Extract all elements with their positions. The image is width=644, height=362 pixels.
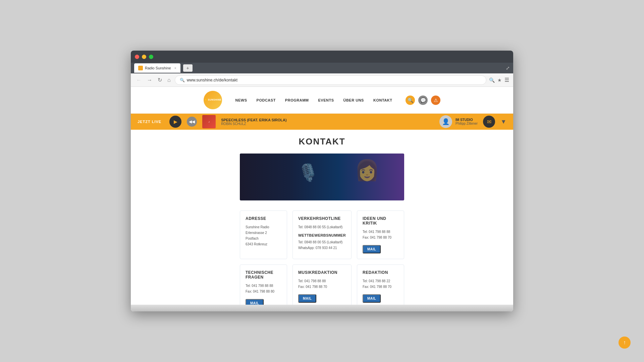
nav-news[interactable]: NEWS [235,98,247,102]
dropdown-icon[interactable]: ▼ [500,118,506,125]
site-header: ☀️SUNSHINE NEWS PODCAST PROGRAMM EVENTS … [131,87,513,114]
mail-button[interactable]: ✉ [483,116,495,128]
card-ideen-kritik: IDEEN UND KRITIK Tel: 041 798 88 88 Fax:… [357,210,404,259]
studio-avatar: 👤 [439,115,452,128]
menu-icon[interactable]: ☰ [504,77,509,83]
whatsapp-number: WhatsApp: 078 933 44 21 [298,246,337,250]
nav-actions: 🔍 💬 ⚠ [406,96,440,105]
chat-nav-button[interactable]: 💬 [418,96,428,105]
card-technische-fragen: TECHNISCHE FRAGEN Tel: 041 798 88 88 Fax… [240,264,287,305]
card-tech-content: Tel: 041 798 88 88 Fax: 041 798 88 80 [246,283,281,294]
expand-icon[interactable]: ⤢ [506,65,510,71]
studio-name: Philipp Ziltener [455,122,478,125]
home-button[interactable]: ⌂ [166,76,172,84]
address-line4: 6343 Rotkreuz [246,242,267,246]
tech-mail-button[interactable]: MAIL [246,299,264,305]
active-tab[interactable]: Radio Sunshine × [134,63,180,73]
bookmark-icon[interactable]: ★ [497,77,502,83]
tech-phone: Tel: 041 798 88 88 [246,284,273,288]
card-musik-content: Tel: 041 798 88 88 Fax: 041 798 88 70 [298,278,346,290]
minimize-button[interactable] [142,55,146,59]
tab-title: Radio Sunshine [145,66,171,70]
address-line2: Erlenstrasse 2 [246,231,267,235]
forward-button[interactable]: → [146,76,154,84]
card-adresse: ADRESSE Sunshine Radio Erlenstrasse 2 Po… [240,210,287,259]
wettbewerbs-subtitle: WETTBEWERBSNUMMER [298,233,346,237]
skip-button[interactable]: ◀◀ [187,117,197,127]
wettbewerbs-phone: Tel: 0848 88 00 55 (Lokaltarif) [298,240,342,244]
search-toolbar-icon[interactable]: 🔍 [489,77,495,83]
card-adresse-content: Sunshine Radio Erlenstrasse 2 Postfach 6… [246,224,281,247]
tab-bar: Radio Sunshine × + ⤢ [131,63,513,73]
wettbewerbs-content: Tel: 0848 88 00 55 (Lokaltarif) WhatsApp… [298,239,346,251]
scroll-to-top-button[interactable]: ↑ [619,337,631,349]
card-musikredaktion: MUSIKREDAKTION Tel: 041 798 88 88 Fax: 0… [292,264,352,305]
alert-nav-button[interactable]: ⚠ [431,96,440,105]
logo-text: SUNSHINE [208,99,221,101]
nav-programm[interactable]: PROGRAMM [285,98,309,102]
card-tech-title: TECHNISCHE FRAGEN [246,270,281,280]
toolbar-icons: 🔍 ★ [489,77,502,83]
studio-section: 👤 IM STUDIO Philipp Ziltener [439,115,478,128]
browser-toolbar: ← → ↻ ⌂ 🔍 www.sunshine.ch/de/kontakt 🔍 ★… [131,73,513,87]
search-icon: 🔍 [180,78,185,82]
new-tab-button[interactable]: + [183,64,193,72]
browser-window: Radio Sunshine × + ⤢ ← → ↻ ⌂ 🔍 www.sunsh… [131,51,513,311]
card-redaktion-content: Tel: 041 798 88 22 Fax: 041 798 88 70 [363,278,398,290]
song-title: SPEECHLESS (FEAT. ERIKA SIROLA) [221,118,434,122]
card-ideen-content: Tel: 041 798 88 88 Fax: 041 798 88 70 [363,229,398,240]
tab-favicon [138,66,143,70]
card-musik-title: MUSIKREDAKTION [298,270,346,275]
live-bar: JETZT LIVE ▶ ◀◀ ♪ SPEECHLESS (FEAT. ERIK… [131,114,513,130]
card-ideen-title: IDEEN UND KRITIK [363,216,398,226]
site-logo[interactable]: ☀️SUNSHINE [204,91,222,109]
contact-cards-grid: ADRESSE Sunshine Radio Erlenstrasse 2 Po… [240,210,404,305]
verkehrs-phone: Tel: 0848 88 00 55 (Lokaltarif) [298,225,342,229]
card-redaktion-title: REDAKTION [363,270,398,275]
musik-phone: Tel: 041 798 88 88 [298,279,326,283]
website-content: ☀️SUNSHINE NEWS PODCAST PROGRAMM EVENTS … [131,87,513,305]
song-thumbnail: ♪ [202,115,216,128]
back-button[interactable]: ← [135,76,143,84]
ideen-mail-button[interactable]: MAIL [363,245,381,253]
browser-titlebar [131,51,513,63]
studio-label: IM STUDIO [455,118,478,122]
musik-mail-button[interactable]: MAIL [298,294,316,303]
tech-fax: Fax: 041 798 88 80 [246,290,274,293]
card-verkehrshotline: VERKEHRSHOTLINE Tel: 0848 88 00 55 (Loka… [292,210,352,259]
close-button[interactable] [135,55,139,59]
logo-area: ☀️SUNSHINE [204,91,222,109]
main-nav: NEWS PODCAST PROGRAMM EVENTS ÜBER UNS KO… [235,98,392,102]
page-title: KONTAKT [144,136,500,147]
address-bar[interactable]: 🔍 www.sunshine.ch/de/kontakt [175,75,486,85]
address-line1: Sunshine Radio [246,225,269,229]
card-verkehrshotline-content: Tel: 0848 88 00 55 (Lokaltarif) [298,224,346,230]
redaktion-mail-button[interactable]: MAIL [363,294,381,303]
maximize-button[interactable] [149,55,153,59]
card-adresse-title: ADRESSE [246,216,281,221]
address-line3: Postfach [246,237,259,240]
main-content: KONTAKT 🎙️ 👩 NACHRICHT ANS STUDIO TEAM I… [131,130,513,305]
hero-section: 🎙️ 👩 NACHRICHT ANS STUDIO TEAM INS STUDI… [240,154,404,200]
nav-events[interactable]: EVENTS [318,98,334,102]
tab-close-button[interactable]: × [174,66,176,70]
nav-kontakt[interactable]: KONTAKT [373,98,392,102]
nav-podcast[interactable]: PODCAST [257,98,276,102]
jetzt-live-label: JETZT LIVE [138,120,161,124]
card-redaktion: REDAKTION Tel: 041 798 88 22 Fax: 041 79… [357,264,404,305]
ideen-fax: Fax: 041 798 88 70 [363,236,391,239]
song-artist: ROBIN SCHULZ [221,122,434,126]
url-text: www.sunshine.ch/de/kontakt [187,78,237,82]
refresh-button[interactable]: ↻ [156,76,163,84]
musik-fax: Fax: 041 798 88 70 [298,285,327,289]
redaktion-fax: Fax: 041 798 88 70 [363,285,391,289]
search-nav-button[interactable]: 🔍 [406,96,415,105]
play-button[interactable]: ▶ [169,116,181,128]
studio-info: IM STUDIO Philipp Ziltener [455,118,478,125]
nav-ueber-uns[interactable]: ÜBER UNS [343,98,364,102]
browser-bottom-bar [131,305,513,311]
ideen-phone: Tel: 041 798 88 88 [363,230,390,234]
card-verkehrshotline-title: VERKEHRSHOTLINE [298,216,346,221]
song-info: SPEECHLESS (FEAT. ERIKA SIROLA) ROBIN SC… [221,118,434,126]
hero-background: 🎙️ 👩 [240,154,404,200]
